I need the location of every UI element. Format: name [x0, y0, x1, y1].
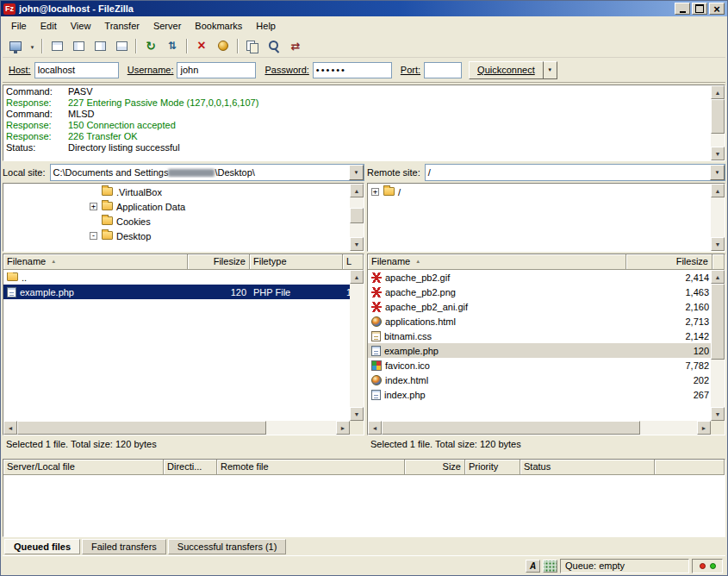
- scrollbar-track[interactable]: [711, 197, 725, 237]
- host-input[interactable]: [34, 62, 119, 78]
- scrollbar-thumb[interactable]: [382, 421, 640, 435]
- file-row-[interactable]: ..: [3, 270, 350, 285]
- column-header-size[interactable]: Size: [405, 460, 465, 475]
- username-input[interactable]: [177, 62, 256, 78]
- horizontal-splitter[interactable]: [3, 452, 725, 459]
- minimize-button[interactable]: [675, 3, 690, 15]
- column-header-direction[interactable]: Directi...: [164, 460, 217, 475]
- menu-item-help[interactable]: Help: [249, 18, 283, 34]
- tree-item-[interactable]: +/: [368, 185, 711, 199]
- column-header-filename[interactable]: Filename: [3, 254, 188, 270]
- scroll-up-button[interactable]: [711, 85, 725, 99]
- port-input[interactable]: [424, 62, 462, 78]
- toolbar-button-refresh[interactable]: [140, 36, 161, 55]
- remote-horizontal-scrollbar[interactable]: [368, 421, 711, 435]
- file-row-index-php[interactable]: index.php267: [368, 387, 711, 402]
- menu-item-bookmarks[interactable]: Bookmarks: [188, 18, 249, 34]
- file-row-apache-pb2-gif[interactable]: apache_pb2.gif2,414: [368, 270, 711, 285]
- toolbar-button-find-files[interactable]: [264, 36, 284, 55]
- menu-item-file[interactable]: File: [4, 18, 34, 34]
- column-header-priority[interactable]: Priority: [465, 460, 520, 475]
- tree-item-virtualbox[interactable]: .VirtualBox: [3, 185, 350, 199]
- file-row-favicon-ico[interactable]: favicon.ico7,782: [368, 358, 711, 373]
- scrollbar-track[interactable]: [711, 99, 725, 147]
- scroll-up-button[interactable]: [711, 184, 725, 197]
- toolbar-button-site-manager-dropdown[interactable]: [27, 36, 38, 55]
- tree-item-application-data[interactable]: +Application Data: [3, 199, 350, 214]
- toolbar-button-disconnect[interactable]: [213, 36, 233, 55]
- toolbar-button-toggle-queue[interactable]: [111, 36, 132, 55]
- scroll-down-button[interactable]: [350, 237, 364, 251]
- tree-item-cookies[interactable]: Cookies: [3, 214, 350, 229]
- column-header-filename[interactable]: Filename: [368, 254, 626, 270]
- local-list-scrollbar[interactable]: [350, 270, 364, 421]
- scroll-up-button[interactable]: [350, 184, 364, 197]
- remote-tree-scrollbar[interactable]: [711, 184, 725, 251]
- toolbar-button-synchronized-browsing[interactable]: [285, 36, 306, 55]
- file-row-example-php[interactable]: example.php120: [368, 343, 711, 358]
- password-input[interactable]: [313, 62, 392, 78]
- filezilla-logo-icon[interactable]: Fz: [3, 3, 16, 15]
- column-header-filesize[interactable]: Filesize: [188, 254, 250, 270]
- scrollbar-thumb[interactable]: [17, 421, 266, 435]
- column-header-status[interactable]: Status: [520, 460, 655, 475]
- column-header-server-local-file[interactable]: Server/Local file: [3, 460, 164, 475]
- local-horizontal-scrollbar[interactable]: [3, 421, 350, 435]
- scroll-down-button[interactable]: [711, 407, 725, 421]
- scroll-right-button[interactable]: [697, 421, 711, 435]
- scroll-up-button[interactable]: [711, 270, 725, 284]
- letter-a-indicator-icon[interactable]: [526, 560, 540, 573]
- toolbar-button-process-queue[interactable]: [162, 36, 183, 55]
- scroll-left-button[interactable]: [3, 421, 17, 435]
- quickconnect-button[interactable]: Quickconnect: [469, 61, 544, 79]
- tab-successful-transfers-1[interactable]: Successful transfers (1): [168, 539, 287, 554]
- remote-list-scrollbar[interactable]: [711, 270, 725, 421]
- scroll-left-button[interactable]: [368, 421, 382, 435]
- scroll-right-button[interactable]: [336, 421, 350, 435]
- tab-queued-files[interactable]: Queued files: [4, 539, 80, 554]
- scroll-down-button[interactable]: [350, 407, 364, 421]
- log-scrollbar[interactable]: [711, 85, 725, 160]
- close-button[interactable]: [709, 3, 725, 15]
- file-row-apache-pb2-ani-gif[interactable]: apache_pb2_ani.gif2,160: [368, 299, 711, 314]
- file-row-apache-pb2-png[interactable]: apache_pb2.png1,463: [368, 285, 711, 299]
- column-header-filesize[interactable]: Filesize: [626, 254, 712, 270]
- menu-item-transfer[interactable]: Transfer: [97, 18, 146, 34]
- scroll-down-button[interactable]: [711, 237, 725, 251]
- menu-item-server[interactable]: Server: [146, 18, 188, 34]
- toolbar-button-toggle-remote-tree[interactable]: [90, 36, 110, 55]
- scrollbar-track[interactable]: [350, 197, 364, 237]
- column-header-lastmodified[interactable]: L: [343, 254, 364, 270]
- toolbar-button-toggle-local-tree[interactable]: [68, 36, 89, 55]
- scrollbar-thumb[interactable]: [350, 208, 364, 223]
- file-row-example-php[interactable]: example.php120PHP File1: [3, 285, 350, 299]
- tree-expander-collapsed-icon[interactable]: +: [90, 203, 97, 210]
- toolbar-button-toggle-message-log[interactable]: [47, 36, 67, 55]
- column-header-remote-file[interactable]: Remote file: [217, 460, 405, 475]
- local-site-combobox[interactable]: C:\Documents and Settings\Desktop\: [50, 164, 364, 181]
- scrollbar-track[interactable]: [711, 284, 725, 407]
- scrollbar-track[interactable]: [382, 421, 697, 435]
- scroll-up-button[interactable]: [350, 270, 364, 284]
- maximize-button[interactable]: [692, 3, 707, 15]
- menu-item-edit[interactable]: Edit: [34, 18, 64, 34]
- tree-expander-collapsed-icon[interactable]: +: [371, 188, 379, 196]
- toolbar-button-cancel[interactable]: [191, 36, 212, 55]
- file-row-bitnami-css[interactable]: bitnami.css2,142: [368, 329, 711, 343]
- local-tree-scrollbar[interactable]: [350, 184, 364, 251]
- combobox-dropdown-icon[interactable]: [349, 165, 364, 180]
- tree-item-desktop[interactable]: -Desktop: [3, 229, 350, 243]
- quickconnect-dropdown-button[interactable]: [544, 61, 557, 79]
- column-header-filetype[interactable]: Filetype: [250, 254, 343, 270]
- green-keypad-indicator-icon[interactable]: [543, 560, 557, 573]
- scrollbar-thumb[interactable]: [711, 99, 725, 134]
- toolbar-button-site-manager[interactable]: [5, 36, 26, 55]
- file-row-applications-html[interactable]: applications.html2,713: [368, 314, 711, 329]
- scrollbar-thumb[interactable]: [711, 284, 725, 360]
- combobox-dropdown-icon[interactable]: [710, 165, 725, 180]
- tab-failed-transfers[interactable]: Failed transfers: [82, 539, 166, 554]
- remote-site-combobox[interactable]: /: [425, 164, 725, 181]
- scrollbar-track[interactable]: [17, 421, 336, 435]
- scroll-down-button[interactable]: [711, 147, 725, 160]
- menu-item-view[interactable]: View: [64, 18, 98, 34]
